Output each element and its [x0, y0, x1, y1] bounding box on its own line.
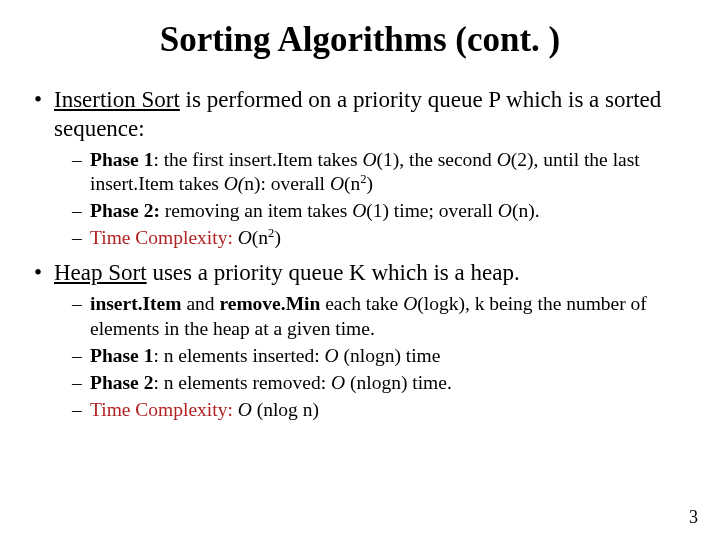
insertion-sort-sublist: Phase 1: the first insert.Item takes O(1… — [54, 148, 700, 252]
text: (1) time; overall — [366, 200, 498, 221]
big-o: O — [362, 149, 376, 170]
bullet-insertion-sort: Insertion Sort is performed on a priorit… — [20, 86, 700, 251]
insert-item: insert.Item — [90, 293, 182, 314]
text: and — [182, 293, 220, 314]
text: each take — [320, 293, 403, 314]
time-complexity-label: Time Complexity: — [90, 399, 233, 420]
text: : the first insert.Item takes — [153, 149, 362, 170]
big-o: O — [498, 200, 512, 221]
text: n): overall — [244, 173, 330, 194]
bullet-heap-sort: Heap Sort uses a priority queue K which … — [20, 259, 700, 423]
heap-phase2-label: Phase 2 — [90, 372, 153, 393]
big-o: O — [331, 372, 345, 393]
big-o: O — [497, 149, 511, 170]
big-o: O — [238, 227, 252, 248]
big-o: O — [330, 173, 344, 194]
text: : n elements inserted: — [153, 345, 324, 366]
heap-phase1: Phase 1: n elements inserted: O (nlogn) … — [54, 344, 700, 369]
top-list: Insertion Sort is performed on a priorit… — [20, 86, 700, 423]
page-number: 3 — [689, 507, 698, 528]
heap-ops: insert.Item and remove.Min each take O(l… — [54, 292, 700, 342]
slide-title: Sorting Algorithms (cont. ) — [20, 20, 700, 60]
text: ) — [274, 227, 281, 248]
text: (1), the second — [377, 149, 497, 170]
text: (n). — [512, 200, 540, 221]
text: (n — [344, 173, 360, 194]
text: (nlog n) — [252, 399, 319, 420]
text: ) — [367, 173, 374, 194]
heap-sort-name: Heap Sort — [54, 260, 147, 285]
big-o: O — [352, 200, 366, 221]
text: : n elements removed: — [153, 372, 331, 393]
heap-sort-sublist: insert.Item and remove.Min each take O(l… — [54, 292, 700, 423]
ins-time-complexity: Time Complexity: O(n2) — [54, 226, 700, 251]
heap-phase2: Phase 2: n elements removed: O (nlogn) t… — [54, 371, 700, 396]
text: (nlogn) time. — [345, 372, 452, 393]
ins-phase1: Phase 1: the first insert.Item takes O(1… — [54, 148, 700, 198]
big-o: O — [325, 345, 339, 366]
heap-time-complexity: Time Complexity: O (nlog n) — [54, 398, 700, 423]
text: removing an item takes — [160, 200, 352, 221]
ins-phase2-label: Phase 2: — [90, 200, 160, 221]
heap-sort-desc: uses a priority queue K which is a heap. — [147, 260, 520, 285]
ins-phase2: Phase 2: removing an item takes O(1) tim… — [54, 199, 700, 224]
big-o: O — [403, 293, 417, 314]
big-o: O — [238, 399, 252, 420]
heap-phase1-label: Phase 1 — [90, 345, 153, 366]
text: (n — [252, 227, 268, 248]
ins-phase1-label: Phase 1 — [90, 149, 153, 170]
remove-min: remove.Min — [219, 293, 320, 314]
big-o: O( — [224, 173, 245, 194]
insertion-sort-name: Insertion Sort — [54, 87, 180, 112]
time-complexity-label: Time Complexity: — [90, 227, 233, 248]
text: (nlogn) time — [339, 345, 441, 366]
